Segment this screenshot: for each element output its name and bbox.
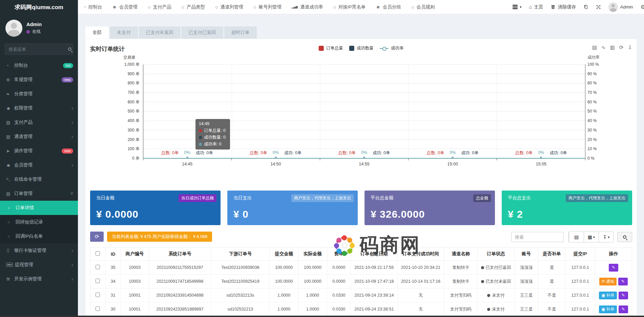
columns-icon[interactable]: ▦ ▾ (584, 232, 599, 242)
sidebar-menu-item[interactable]: >_ 在线命令管理 (0, 172, 78, 186)
topnav-item[interactable]: ☻ 会员管理 (112, 4, 138, 10)
status-tab[interactable]: 超时订单 (224, 26, 257, 39)
edit-button[interactable]: ✎ (619, 305, 628, 313)
search-icon[interactable] (68, 47, 71, 51)
topnav-item[interactable]: ☻ 会员分组 (376, 4, 401, 10)
topnav-item[interactable]: ○ 会员规则 (411, 4, 435, 10)
caret-down-icon: ▾ (593, 235, 595, 239)
sidebar-menu-item[interactable]: ○ 回调IP白名单 (0, 229, 78, 243)
bar-toggle-icon[interactable]: ▥ (610, 44, 615, 51)
status-dot (481, 266, 484, 269)
x-axis-tick-label: 14:55 (320, 162, 408, 166)
list-menu-icon (513, 5, 518, 9)
sidebar-menu-item[interactable]: ⚒ 开发示例管理 ‹ (0, 272, 78, 286)
sidebar-menu-item[interactable]: ❧ 分类管理 (0, 87, 78, 101)
restore-icon[interactable]: ⟳ (619, 44, 624, 51)
sidebar-menu-item[interactable]: ☻ 会员管理 ‹ (0, 158, 78, 172)
repair-order-button[interactable]: ▣补单 (599, 305, 617, 313)
export-icon[interactable]: ↧ ▾ (599, 232, 614, 242)
actual-amount: 1.0000 (298, 289, 327, 302)
repair-order-button[interactable]: ▣补单 (599, 292, 617, 299)
table-search-button[interactable] (617, 232, 632, 242)
topnav-item[interactable]: ○ 产品类型 (182, 4, 205, 10)
sidebar-menu-item[interactable]: ▤ 支付产品 ‹ (0, 115, 78, 130)
sidebar-search-input[interactable] (8, 47, 68, 52)
refresh-list-button[interactable]: ⟳ (90, 232, 104, 242)
layout-menu-button[interactable]: ▾ (513, 5, 521, 9)
row-checkbox[interactable] (96, 279, 100, 283)
topnav-item-label: 产品类型 (187, 4, 205, 10)
gauge-icon: ◔ (83, 5, 86, 9)
status-tab[interactable]: 全部 (85, 26, 109, 39)
sidebar-item-label: 开发示例管理 (14, 276, 42, 282)
clear-cache-button[interactable]: 清除缓存 (550, 4, 576, 10)
tools-icon: ⚒ (6, 277, 14, 282)
data-view-icon[interactable]: ▤ (592, 44, 597, 51)
edit-button[interactable]: ✎ (609, 264, 618, 272)
circle-icon: ○ (333, 5, 336, 9)
fullscreen-button[interactable] (596, 4, 601, 9)
sidebar-menu-item[interactable]: ▤ 订单管理 ˅ (0, 186, 78, 201)
edit-button[interactable]: ✎ (619, 292, 628, 299)
stat-cards: 当日金额 当日成功订单总额 ¥ 0.0000 当日支出 商户支出，代理支出，上游… (90, 191, 632, 225)
sidebar-menu-item[interactable]: ▤ 通道管理 ‹ (0, 130, 78, 144)
stat-card: 平台总支出 商户支出，代理支出，上游支出 ¥ 2 (502, 191, 632, 225)
status-tab[interactable]: 已支付已返回 (182, 26, 223, 39)
submit-amount: 100.0000 (270, 261, 298, 275)
legend-item[interactable]: 成功率 (380, 45, 404, 51)
chevron-icon: ‹ (71, 162, 73, 168)
y-left-axis-name: 交易量 (123, 55, 136, 60)
topnav-item[interactable]: ◔ 控制台 (83, 4, 102, 10)
status-tab[interactable]: 已支付未返回 (139, 26, 181, 39)
topnav-item[interactable]: ○ 通道列管理 (215, 4, 243, 10)
sidebar-item-label: 插件管理 (14, 148, 33, 154)
topnav-item[interactable]: ○ 支付产品 (148, 4, 171, 10)
notify-button[interactable]: ⟳通知 (599, 278, 617, 285)
y-axis-tick-label: 80 % (587, 80, 597, 86)
brand-logo[interactable]: 求码网qiumw.com (0, 0, 78, 14)
account-name: 顶顶顶 (514, 261, 538, 275)
table-search-input[interactable] (511, 232, 564, 242)
topnav-item[interactable]: ○ 对接IP黑名单 (333, 4, 366, 10)
account-name: 顶顶顶 (514, 275, 538, 289)
download-icon[interactable]: ⇩ (628, 44, 632, 51)
user-menu[interactable]: Admin (608, 2, 633, 12)
sidebar-menu-item[interactable]: ☻ 权限管理 ‹ (0, 101, 78, 115)
chart-title: 实时订单统计 (90, 45, 125, 53)
legend-item[interactable]: 成功数量 (349, 45, 374, 51)
username: Admin (620, 4, 633, 9)
sidebar-menu-item[interactable]: VISA 提现管理 ‹ (0, 258, 78, 272)
stat-card: 平台总金额 总金额 ¥ 326.0000 (365, 191, 495, 225)
y-axis-tick-label: 100 单 (128, 146, 140, 152)
home-button[interactable]: ⌂ 主页 (529, 4, 543, 10)
select-all-checkbox[interactable] (96, 251, 100, 256)
sidebar-menu-item[interactable]: ◔ 控制台 hot (0, 58, 78, 73)
settings-gear-icon[interactable]: ⚙ (641, 4, 644, 10)
detail-view-icon[interactable]: ▤ (569, 232, 584, 242)
chevron-icon: ‹ (71, 262, 73, 268)
row-checkbox[interactable] (96, 306, 100, 311)
status-tab[interactable]: 未支付 (110, 26, 138, 39)
order-row: 31 10001 20210924233914504898 sd10253221… (90, 289, 632, 302)
copy-page-button[interactable] (583, 4, 588, 9)
row-checkbox[interactable] (96, 265, 100, 269)
line-toggle-icon[interactable]: ∿ (601, 44, 606, 51)
created-time: 2021-10-09 21:17:55 (351, 261, 398, 275)
annotation-success: 成功: 0单 (461, 150, 478, 156)
sidebar-menu-item[interactable]: ○ 回掉短信记录 (0, 215, 78, 229)
paid-time: 2021-10-14 01:17:16 (397, 275, 444, 289)
sidebar-menu-item[interactable]: ♖ 银行卡验证管理 ‹ (0, 243, 78, 258)
legend-item[interactable]: 订单总量 (319, 45, 343, 51)
stat-card-value: ¥ 0.0000 (96, 209, 214, 220)
y-right-ticks: 100 %90 %80 %70 %60 %50 %40 %30 %20 %10 … (587, 62, 608, 161)
row-checkbox[interactable] (96, 293, 100, 297)
sidebar-menu-item[interactable]: ➤ 插件管理 new (0, 144, 78, 158)
topnav-item[interactable]: ▂▄▆ 通道成功率 (292, 4, 323, 10)
sidebar-menu-item[interactable]: ⚙ 常规管理 new (0, 73, 78, 87)
edit-button[interactable]: ✎ (618, 278, 628, 285)
sidebar-item-label: 控制台 (14, 62, 28, 68)
topnav-item[interactable]: ○ 账号列管理 (253, 4, 282, 10)
sidebar-menu-item[interactable]: ○ 订单详情 (0, 201, 78, 215)
orders-table: ID 商户编号 系统订单号 下游订单号 提交金额 实际金额 费率 订单创建日期 … (90, 247, 632, 316)
channel-name: 复制转卡 (444, 275, 478, 289)
